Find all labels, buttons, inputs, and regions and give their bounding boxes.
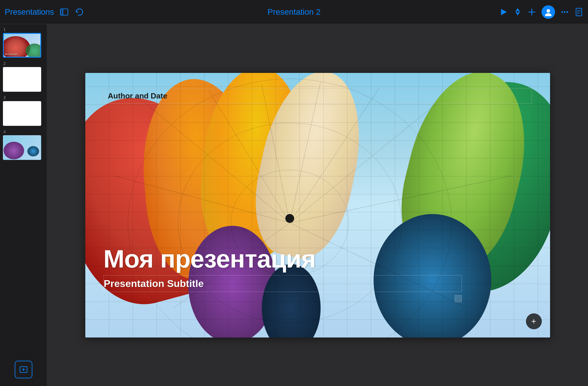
slide-preview-1[interactable]: Моя презентация (3, 33, 41, 58)
slide-panel: 1 Моя презентация 2 3 4 (0, 24, 47, 386)
svg-point-4 (517, 11, 519, 12)
svg-marker-3 (501, 9, 507, 15)
svg-point-11 (567, 11, 568, 13)
slide-number-1: 1 (3, 27, 44, 32)
annotate-icon[interactable] (513, 8, 522, 16)
balloon-hub (285, 214, 294, 223)
svg-point-31 (128, 79, 452, 337)
topbar-center: Presentation 2 (99, 7, 489, 17)
svg-point-9 (562, 11, 563, 13)
add-slide-button[interactable] (15, 361, 32, 378)
slide-preview-2[interactable] (3, 67, 41, 92)
slide-thumb-2[interactable]: 2 (3, 61, 44, 92)
slide-preview-3[interactable] (3, 101, 41, 126)
topbar-left: Presentations (5, 7, 99, 17)
svg-point-7 (547, 9, 550, 13)
main-content: 1 Моя презентация 2 3 4 (0, 24, 588, 386)
svg-point-8 (545, 13, 552, 16)
add-icon[interactable] (527, 8, 536, 16)
presentation-title[interactable]: Presentation 2 (267, 7, 321, 17)
svg-line-19 (144, 102, 290, 223)
more-icon[interactable] (560, 8, 569, 16)
svg-line-28 (290, 223, 468, 308)
slide-number-2: 2 (3, 61, 44, 66)
slide-number-3: 3 (3, 95, 44, 100)
svg-line-20 (209, 91, 290, 223)
slide-preview-4[interactable] (3, 135, 41, 160)
topbar: Presentations Presentation 2 (0, 0, 588, 24)
balloon-radial-lines (85, 73, 550, 337)
slide-thumb-1[interactable]: 1 Моя презентация (3, 27, 44, 58)
document-icon[interactable] (574, 8, 583, 16)
svg-line-23 (290, 88, 379, 223)
svg-line-27 (174, 223, 290, 308)
topbar-right (489, 5, 583, 19)
slide-number-4: 4 (3, 129, 44, 134)
sidebar-toggle-icon[interactable] (60, 8, 69, 16)
slide-thumb-3[interactable]: 3 (3, 95, 44, 126)
svg-line-21 (262, 85, 290, 223)
app-title[interactable]: Presentations (5, 7, 54, 17)
svg-line-26 (290, 176, 512, 223)
canvas-area: Author and Date Моя презентация Presenta… (47, 24, 588, 386)
svg-line-25 (115, 176, 290, 223)
undo-icon[interactable] (74, 8, 83, 16)
profile-avatar[interactable] (542, 5, 555, 19)
slide-canvas[interactable]: Author and Date Моя презентация Presenta… (85, 73, 550, 337)
svg-rect-1 (60, 9, 63, 15)
balloon-visual (85, 73, 550, 337)
slide-thumb-4[interactable]: 4 (3, 129, 44, 160)
svg-point-10 (564, 11, 565, 13)
play-icon[interactable] (499, 8, 508, 16)
